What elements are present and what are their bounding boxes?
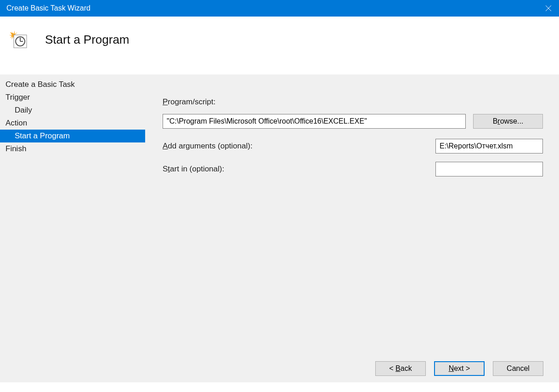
sidebar-item-action[interactable]: Action <box>0 117 145 130</box>
browse-button[interactable]: Browse... <box>473 114 543 129</box>
window-title: Create Basic Task Wizard <box>6 4 90 12</box>
wizard-footer: < Back Next > Cancel <box>0 355 559 382</box>
wizard-main-panel: Program/script: Browse... Add arguments … <box>145 74 559 355</box>
sidebar-item-trigger[interactable]: Trigger <box>0 91 145 104</box>
sidebar-item-daily[interactable]: Daily <box>0 104 145 117</box>
sidebar-item-finish[interactable]: Finish <box>0 142 145 155</box>
start-in-input[interactable] <box>435 162 543 176</box>
add-arguments-label: Add arguments (optional): <box>163 142 253 151</box>
next-button[interactable]: Next > <box>434 361 485 376</box>
titlebar: Create Basic Task Wizard <box>0 0 559 17</box>
wizard-steps-sidebar: Create a Basic Task Trigger Daily Action… <box>0 74 145 355</box>
task-scheduler-icon <box>8 29 28 50</box>
cancel-button[interactable]: Cancel <box>493 361 543 376</box>
start-in-label: Start in (optional): <box>163 165 224 174</box>
close-icon <box>546 6 551 11</box>
page-title: Start a Program <box>45 33 130 47</box>
sidebar-item-start-program[interactable]: Start a Program <box>0 130 145 142</box>
wizard-body: Create a Basic Task Trigger Daily Action… <box>0 74 559 355</box>
wizard-header: Start a Program <box>0 17 559 74</box>
program-script-label: Program/script: <box>163 97 215 106</box>
add-arguments-input[interactable] <box>435 139 543 153</box>
close-button[interactable] <box>538 0 559 17</box>
program-script-input[interactable] <box>163 114 466 129</box>
sidebar-item-create-basic-task[interactable]: Create a Basic Task <box>0 78 145 91</box>
back-button[interactable]: < Back <box>375 361 426 376</box>
